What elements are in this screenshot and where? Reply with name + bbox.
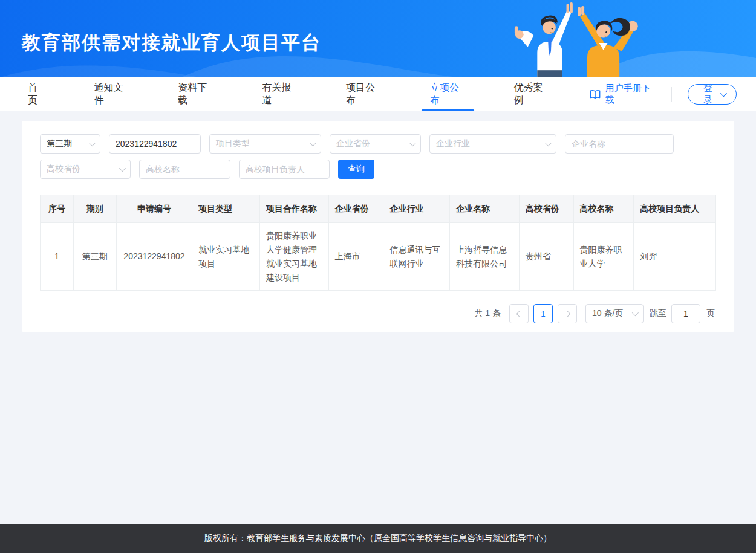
nav-right-group: 用户手册下载 登录 [590, 83, 737, 106]
company-province-select[interactable]: 企业省份 [330, 134, 421, 154]
chevron-down-icon [409, 140, 416, 146]
column-header: 项目合作名称 [259, 195, 328, 223]
nav-item-3[interactable]: 资料下载 [169, 77, 222, 111]
user-manual-label: 用户手册下载 [605, 83, 656, 106]
table-cell: 信息通讯与互联网行业 [383, 223, 450, 291]
college-name-input[interactable] [139, 160, 230, 179]
filter-row-2: 高校省份 查询 [40, 160, 716, 179]
nav-item-4[interactable]: 有关报道 [253, 77, 306, 111]
chevron-left-icon [516, 311, 522, 317]
main-navigation: 首页通知文件资料下载有关报道项目公布立项公布优秀案例 用户手册下载 登录 [0, 77, 756, 111]
current-page-button[interactable]: 1 [533, 304, 553, 323]
nav-divider [671, 87, 672, 102]
results-table-wrap: 序号期别申请编号项目类型项目合作名称企业省份企业行业企业名称高校省份高校名称高校… [40, 195, 716, 291]
column-header: 序号 [41, 195, 74, 223]
column-header: 高校项目负责人 [634, 195, 716, 223]
college-province-placeholder: 高校省份 [47, 164, 80, 175]
content-card: 第三期 项目类型 企业省份 企业行业 高校省份 [22, 121, 734, 332]
table-cell: 上海市 [328, 223, 383, 291]
chevron-down-icon [119, 165, 126, 172]
site-title: 教育部供需对接就业育人项目平台 [22, 30, 321, 56]
college-province-select[interactable]: 高校省份 [40, 160, 131, 179]
chevron-down-icon [632, 309, 639, 316]
pagination-total: 共 1 条 [474, 308, 501, 319]
company-industry-select[interactable]: 企业行业 [429, 134, 556, 154]
period-select[interactable]: 第三期 [40, 134, 100, 154]
header-banner: 教育部供需对接就业育人项目平台 [0, 0, 756, 77]
company-province-placeholder: 企业省份 [336, 138, 370, 149]
column-header: 企业省份 [328, 195, 383, 223]
login-label: 登录 [699, 83, 716, 106]
page-footer: 版权所有：教育部学生服务与素质发展中心（原全国高等学校学生信息咨询与就业指导中心… [0, 524, 756, 553]
jump-page-input[interactable] [671, 304, 700, 323]
company-industry-placeholder: 企业行业 [436, 138, 470, 149]
filter-row-1: 第三期 项目类型 企业省份 企业行业 [40, 134, 716, 154]
project-type-placeholder: 项目类型 [216, 138, 250, 149]
table-cell: 上海哲寻信息科技有限公司 [450, 223, 520, 291]
page-body: 第三期 项目类型 企业省份 企业行业 高校省份 [0, 111, 756, 524]
table-cell: 贵州省 [519, 223, 573, 291]
column-header: 企业行业 [383, 195, 450, 223]
copyright-text: 版权所有：教育部学生服务与素质发展中心（原全国高等学校学生信息咨询与就业指导中心… [204, 533, 552, 544]
page-unit-label: 页 [706, 308, 715, 319]
table-cell: 1 [41, 223, 74, 291]
college-leader-input[interactable] [239, 160, 330, 179]
table-cell: 贵阳康养职业大学健康管理就业实习基地建设项目 [259, 223, 328, 291]
column-header: 项目类型 [192, 195, 260, 223]
table-cell: 就业实习基地项目 [192, 223, 260, 291]
nav-item-7[interactable]: 优秀案例 [506, 77, 558, 111]
page-size-value: 10 条/页 [592, 308, 623, 319]
pagination: 共 1 条 1 10 条/页 跳至 页 [40, 304, 716, 323]
table-cell: 2023122941802 [116, 223, 192, 291]
table-header-row: 序号期别申请编号项目类型项目合作名称企业省份企业行业企业名称高校省份高校名称高校… [41, 195, 716, 223]
nav-item-6[interactable]: 立项公布 [422, 77, 474, 111]
search-button[interactable]: 查询 [338, 160, 374, 179]
chevron-down-icon [89, 140, 96, 146]
page-size-select[interactable]: 10 条/页 [585, 304, 644, 323]
chevron-down-icon [310, 140, 316, 146]
column-header: 高校名称 [573, 195, 634, 223]
nav-item-1[interactable]: 首页 [19, 77, 54, 111]
results-table: 序号期别申请编号项目类型项目合作名称企业省份企业行业企业名称高校省份高校名称高校… [40, 195, 716, 291]
chevron-down-icon [545, 140, 552, 146]
table-cell: 刘羿 [634, 223, 716, 291]
user-manual-download-link[interactable]: 用户手册下载 [590, 83, 656, 106]
jump-to-label: 跳至 [650, 308, 666, 319]
prev-page-button[interactable] [509, 304, 529, 323]
table-cell: 贵阳康养职业大学 [573, 223, 634, 291]
nav-item-2[interactable]: 通知文件 [85, 77, 138, 111]
highfive-illustration [511, 1, 683, 77]
column-header: 企业名称 [450, 195, 520, 223]
chevron-down-icon [720, 90, 727, 97]
apply-number-input[interactable] [109, 134, 201, 154]
login-button[interactable]: 登录 [688, 84, 737, 105]
column-header: 高校省份 [519, 195, 573, 223]
nav-list: 首页通知文件资料下载有关报道项目公布立项公布优秀案例 [19, 77, 590, 111]
column-header: 申请编号 [116, 195, 192, 223]
next-page-button[interactable] [558, 304, 577, 323]
column-header: 期别 [73, 195, 116, 223]
nav-item-5[interactable]: 项目公布 [337, 77, 390, 111]
period-select-value: 第三期 [47, 138, 72, 149]
table-row: 1第三期2023122941802就业实习基地项目贵阳康养职业大学健康管理就业实… [41, 223, 716, 291]
chevron-right-icon [564, 311, 570, 317]
book-icon [590, 89, 601, 99]
table-cell: 第三期 [73, 223, 116, 291]
company-name-input[interactable] [565, 134, 674, 154]
project-type-select[interactable]: 项目类型 [209, 134, 321, 154]
